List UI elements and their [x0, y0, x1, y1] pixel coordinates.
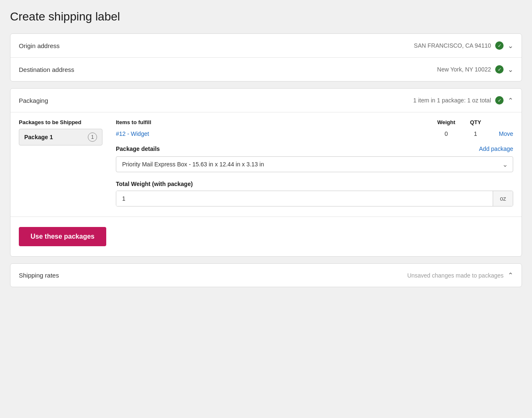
destination-address-row[interactable]: Destination address New York, NY 10022 ✓… [10, 58, 522, 81]
shipping-rates-chevron-icon: ⌃ [508, 271, 513, 279]
weight-col-header: Weight [430, 119, 463, 125]
destination-address-value: New York, NY 10022 [437, 66, 491, 73]
package-details-header: Package details Add package [116, 145, 513, 152]
packaging-header-row[interactable]: Packaging 1 item in 1 package: 1 oz tota… [10, 89, 522, 112]
destination-address-label: Destination address [19, 66, 74, 73]
item-id-link[interactable]: #12 - Widget [116, 130, 430, 137]
shipping-rates-right: Unsaved changes made to packages ⌃ [407, 271, 513, 279]
shipping-rates-header-row[interactable]: Shipping rates Unsaved changes made to p… [10, 264, 522, 287]
packaging-body: Packages to be Shipped Package 1 1 Items… [10, 112, 522, 217]
origin-address-row[interactable]: Origin address SAN FRANCISCO, CA 94110 ✓… [10, 34, 522, 58]
item-weight-value: 0 [430, 130, 463, 137]
packages-list: Packages to be Shipped Package 1 1 [19, 119, 102, 206]
items-panel: Items to fulfill Weight QTY #12 - Widget… [116, 119, 513, 206]
origin-address-right: SAN FRANCISCO, CA 94110 ✓ ⌄ [414, 41, 513, 50]
items-col-header: Items to fulfill [116, 119, 430, 125]
address-card: Origin address SAN FRANCISCO, CA 94110 ✓… [10, 33, 522, 82]
use-packages-button[interactable]: Use these packages [19, 227, 106, 246]
packaging-summary: 1 item in 1 package: 1 oz total [413, 97, 491, 104]
destination-address-check-icon: ✓ [495, 65, 504, 74]
packages-list-header: Packages to be Shipped [19, 119, 102, 125]
page-title: Create shipping label [10, 10, 522, 23]
packaging-chevron-icon: ⌃ [508, 97, 513, 104]
destination-address-chevron-icon: ⌄ [508, 66, 513, 74]
packaging-header-right: 1 item in 1 package: 1 oz total ✓ ⌃ [413, 96, 513, 104]
shipping-rates-status: Unsaved changes made to packages [407, 272, 504, 279]
packaging-label: Packaging [19, 97, 48, 104]
origin-address-check-icon: ✓ [495, 41, 504, 50]
destination-address-right: New York, NY 10022 ✓ ⌄ [437, 65, 513, 74]
weight-unit-label: oz [493, 191, 513, 206]
origin-address-chevron-icon: ⌄ [508, 42, 513, 50]
item-row: #12 - Widget 0 1 Move [116, 130, 513, 137]
item-qty-value: 1 [463, 130, 488, 137]
package-item[interactable]: Package 1 1 [19, 129, 102, 145]
package-details-label: Package details [116, 145, 160, 152]
origin-address-value: SAN FRANCISCO, CA 94110 [414, 42, 491, 49]
add-package-link[interactable]: Add package [479, 145, 513, 152]
items-header-row: Items to fulfill Weight QTY [116, 119, 513, 125]
package-item-badge: 1 [88, 133, 97, 142]
total-weight-label: Total Weight (with package) [116, 181, 513, 187]
qty-col-header: QTY [463, 119, 488, 125]
total-weight-input-wrapper: oz [116, 191, 513, 206]
item-move-link[interactable]: Move [488, 130, 513, 137]
package-item-name: Package 1 [24, 134, 53, 140]
shipping-rates-label: Shipping rates [19, 272, 59, 279]
use-packages-row: Use these packages [10, 217, 522, 256]
package-select-wrapper[interactable]: Priority Mail Express Box - 15.63 in x 1… [116, 156, 513, 172]
packages-grid: Packages to be Shipped Package 1 1 Items… [19, 119, 513, 206]
package-select-display[interactable]: Priority Mail Express Box - 15.63 in x 1… [116, 157, 513, 172]
packaging-check-icon: ✓ [495, 96, 504, 104]
total-weight-input[interactable] [116, 191, 493, 206]
total-weight-section: Total Weight (with package) oz [116, 181, 513, 206]
packaging-card: Packaging 1 item in 1 package: 1 oz tota… [10, 88, 522, 257]
origin-address-label: Origin address [19, 42, 60, 49]
shipping-rates-card: Shipping rates Unsaved changes made to p… [10, 263, 522, 287]
package-details-section: Package details Add package Priority Mai… [116, 145, 513, 206]
